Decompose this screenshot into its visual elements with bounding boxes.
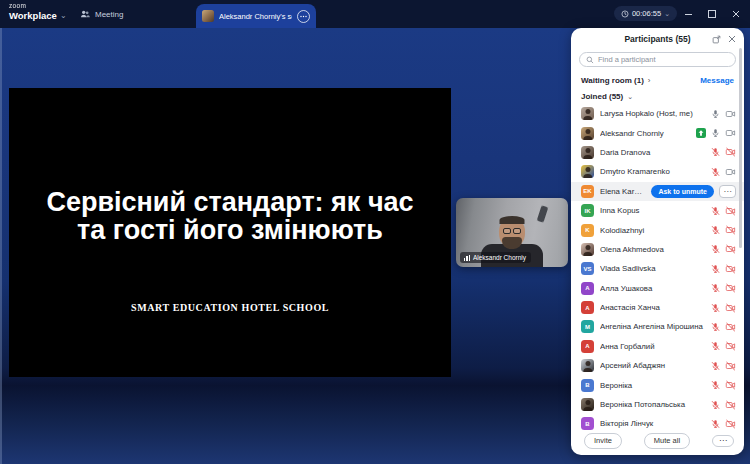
tab-shared-screen[interactable]: Aleksandr Chorniy's screen xyxy=(196,4,316,28)
camera-off-icon xyxy=(725,376,736,394)
ask-to-unmute-button[interactable]: Ask to unmute xyxy=(651,185,714,198)
participant-name: Elena Karolop xyxy=(600,187,645,196)
search-icon xyxy=(586,56,594,64)
participant-row[interactable]: Вероніка Потопальська xyxy=(571,395,744,414)
camera-off-icon xyxy=(725,240,736,258)
participant-name: Ангеліна Ангеліна Мірошина xyxy=(600,322,705,331)
camera-off-icon xyxy=(725,279,736,297)
mic-muted-icon xyxy=(711,240,720,258)
mic-muted-icon xyxy=(711,260,720,278)
participant-row[interactable]: AАлла Ушакова xyxy=(571,279,744,298)
zoom-workplace-logo: zoom Workplace xyxy=(9,3,57,20)
participant-name: Вероніка xyxy=(600,381,705,390)
pop-out-icon[interactable] xyxy=(712,35,721,44)
mic-icon xyxy=(711,105,720,123)
participants-panel: Participants (55) Find a participant Wai… xyxy=(571,28,744,455)
meeting-people-icon xyxy=(80,9,90,19)
logo-zoom-text: zoom xyxy=(9,3,57,10)
participant-row[interactable]: Larysa Hopkalo (Host, me) xyxy=(571,104,744,123)
camera-off-icon xyxy=(725,260,736,278)
maximize-icon xyxy=(708,10,716,18)
participants-title: Participants (55) xyxy=(624,34,690,44)
workspace-chevron-down-icon[interactable]: ⌄ xyxy=(60,11,67,20)
participant-row[interactable]: Daria Dranova xyxy=(571,143,744,162)
participant-row[interactable]: MАнгеліна Ангеліна Мірошина xyxy=(571,317,744,336)
mic-muted-icon xyxy=(711,415,720,431)
camera-off-icon xyxy=(725,318,736,336)
participant-avatar xyxy=(581,107,594,120)
waiting-room-row[interactable]: Waiting room (1) › Message xyxy=(571,71,744,89)
camera-off-icon xyxy=(725,337,736,355)
zoom-window: zoom Workplace ⌄ Meeting Aleksandr Chorn… xyxy=(0,0,750,464)
tab-meeting-label: Meeting xyxy=(95,10,123,19)
participants-header: Participants (55) xyxy=(571,28,744,50)
tab-meeting[interactable]: Meeting xyxy=(80,0,123,28)
participant-row[interactable]: AАнастасія Ханча xyxy=(571,298,744,317)
participant-row[interactable]: Aleksandr Chorniy xyxy=(571,123,744,142)
participant-name: Aleksandr Chorniy xyxy=(600,129,690,138)
search-participant-input[interactable]: Find a participant xyxy=(579,52,736,67)
participant-row[interactable]: Dmytro Kramarenko xyxy=(571,162,744,181)
participant-row[interactable]: IKInna Kopus xyxy=(571,201,744,220)
mic-muted-icon xyxy=(711,396,720,414)
participant-row[interactable]: VSVlada Sadlivska xyxy=(571,259,744,278)
participant-row[interactable]: EKElena KarolopAsk to unmute⋯ xyxy=(571,182,744,201)
participant-name: Анна Горбалий xyxy=(600,342,705,351)
joined-section-row[interactable]: Joined (55) ⌄ xyxy=(571,89,744,104)
camera-off-icon xyxy=(725,202,736,220)
participant-row[interactable]: AАнна Горбалий xyxy=(571,337,744,356)
window-controls xyxy=(676,0,748,28)
joined-label: Joined (55) xyxy=(581,92,623,101)
timer-chevron-down-icon: ⌄ xyxy=(664,10,670,18)
participant-more-button[interactable]: ⋯ xyxy=(719,185,736,198)
participant-row[interactable]: Olena Akhmedova xyxy=(571,240,744,259)
close-icon xyxy=(732,10,740,18)
participant-avatar xyxy=(581,165,594,178)
participant-row[interactable]: KKolodiazhnyi xyxy=(571,220,744,239)
presenter-video-thumbnail[interactable]: Aleksandr Chorniy xyxy=(456,198,568,267)
footer-more-button[interactable]: ⋯ xyxy=(712,435,734,447)
title-bar: zoom Workplace ⌄ Meeting Aleksandr Chorn… xyxy=(0,0,750,28)
slide-title-line2: та гості його змінюють xyxy=(9,216,451,244)
mute-all-button[interactable]: Mute all xyxy=(644,433,690,449)
minimize-icon xyxy=(685,14,692,15)
participant-row[interactable]: ВВероніка xyxy=(571,375,744,394)
participant-avatar: IK xyxy=(581,204,594,217)
mic-muted-icon xyxy=(711,318,720,336)
joined-chevron-down-icon: ⌄ xyxy=(627,93,633,101)
participant-name: Алла Ушакова xyxy=(600,284,705,293)
participant-row[interactable]: Арсений Абаджян xyxy=(571,356,744,375)
participant-avatar: M xyxy=(581,320,594,333)
logo-workplace-text: Workplace xyxy=(9,11,57,21)
share-tab-avatar xyxy=(202,10,214,22)
slide-title-line1: Сервісний стандарт: як час xyxy=(9,188,451,216)
close-panel-icon[interactable] xyxy=(728,35,736,43)
participant-row[interactable]: ВВікторія Лінчук xyxy=(571,414,744,431)
panel-scrollbar[interactable] xyxy=(739,48,742,248)
minimize-button[interactable] xyxy=(676,0,700,28)
participant-avatar: A xyxy=(581,340,594,353)
invite-button[interactable]: Invite xyxy=(584,433,622,449)
camera-off-icon xyxy=(725,143,736,161)
participant-avatar xyxy=(581,127,594,140)
participant-avatar xyxy=(581,243,594,256)
participant-name: Larysa Hopkalo (Host, me) xyxy=(600,109,705,118)
video-name-label: Aleksandr Chorniy xyxy=(473,254,526,261)
timer-value: 00:06:55 xyxy=(632,9,661,18)
mic-muted-icon xyxy=(711,163,720,181)
camera-off-icon xyxy=(725,396,736,414)
audio-level-icon xyxy=(464,255,470,261)
share-tab-more-icon[interactable] xyxy=(297,10,310,23)
participant-name: Арсений Абаджян xyxy=(600,361,705,370)
message-link[interactable]: Message xyxy=(700,76,734,85)
participant-name: Анастасія Ханча xyxy=(600,303,705,312)
camera-icon xyxy=(725,163,736,181)
screen-share-icon xyxy=(696,124,706,142)
meeting-timer[interactable]: 00:06:55 ⌄ xyxy=(614,6,677,21)
camera-off-icon xyxy=(725,299,736,317)
tab-shared-screen-label: Aleksandr Chorniy's screen xyxy=(219,12,292,21)
maximize-button[interactable] xyxy=(700,0,724,28)
mic-muted-icon xyxy=(711,337,720,355)
close-window-button[interactable] xyxy=(724,0,748,28)
search-placeholder: Find a participant xyxy=(598,55,656,64)
